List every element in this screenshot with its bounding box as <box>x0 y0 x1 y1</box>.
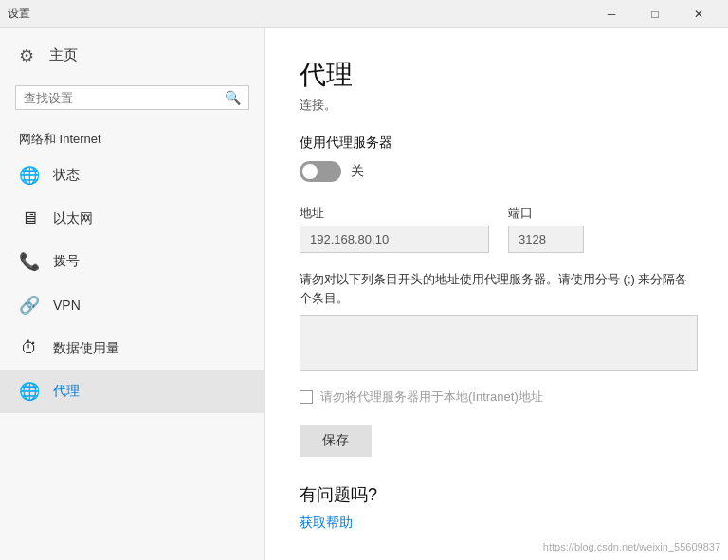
sidebar-item-dialup[interactable]: 📞 拨号 <box>0 240 264 283</box>
titlebar-title: 设置 <box>8 6 30 22</box>
sidebar-item-vpn-label: VPN <box>53 298 81 313</box>
toggle-thumb <box>302 164 318 179</box>
titlebar: 设置 ─ □ ✕ <box>0 0 728 28</box>
address-input[interactable] <box>300 226 489 253</box>
maximize-button[interactable]: □ <box>633 0 677 28</box>
sidebar-item-ethernet-label: 以太网 <box>53 210 93 227</box>
page-title: 代理 <box>300 57 694 93</box>
dialup-icon: 📞 <box>19 251 40 272</box>
data-usage-icon: ⏱ <box>19 338 40 358</box>
app-body: ⚙ 主页 🔍 网络和 Internet 🌐 状态 🖥 以太网 📞 拨号 🔗 VP… <box>0 28 728 560</box>
sidebar-item-vpn[interactable]: 🔗 VPN <box>0 283 264 327</box>
exceptions-description: 请勿对以下列条目开头的地址使用代理服务器。请使用分号 (;) 来分隔各个条目。 <box>300 270 694 307</box>
sidebar-item-data-usage-label: 数据使用量 <box>53 340 119 357</box>
sidebar-item-data-usage[interactable]: ⏱ 数据使用量 <box>0 327 264 370</box>
help-link[interactable]: 获取帮助 <box>300 515 353 530</box>
sidebar-item-proxy-label: 代理 <box>53 383 80 400</box>
main-content: 代理 连接。 使用代理服务器 关 地址 端口 请勿对以下列条目开头的地址使用代理… <box>265 28 728 560</box>
sidebar-item-ethernet[interactable]: 🖥 以太网 <box>0 197 264 240</box>
address-label: 地址 <box>300 205 489 222</box>
titlebar-buttons: ─ □ ✕ <box>590 0 720 28</box>
gear-icon: ⚙ <box>19 45 38 64</box>
search-box: 🔍 <box>15 85 249 110</box>
search-icon-button[interactable]: 🔍 <box>225 90 241 105</box>
toggle-row: 关 <box>300 161 694 182</box>
sidebar-item-status-label: 状态 <box>53 167 80 184</box>
minimize-button[interactable]: ─ <box>590 0 633 28</box>
home-label: 主页 <box>49 46 78 64</box>
ethernet-icon: 🖥 <box>19 208 40 228</box>
checkbox-row[interactable]: 请勿将代理服务器用于本地(Intranet)地址 <box>300 388 694 406</box>
save-button[interactable]: 保存 <box>300 425 372 457</box>
sidebar-item-home[interactable]: ⚙ 主页 <box>0 28 264 81</box>
sidebar-item-status[interactable]: 🌐 状态 <box>0 154 264 197</box>
port-input[interactable] <box>508 226 584 253</box>
local-address-checkbox[interactable] <box>300 390 313 404</box>
sidebar-item-proxy[interactable]: 🌐 代理 <box>0 370 264 413</box>
search-input[interactable] <box>24 91 225 105</box>
port-label: 端口 <box>508 205 584 222</box>
close-button[interactable]: ✕ <box>677 0 720 28</box>
toggle-label: 关 <box>351 163 364 180</box>
exceptions-textarea[interactable] <box>300 315 698 371</box>
status-icon: 🌐 <box>19 165 40 186</box>
help-title: 有问题吗? <box>300 483 694 506</box>
sidebar: ⚙ 主页 🔍 网络和 Internet 🌐 状态 🖥 以太网 📞 拨号 🔗 VP… <box>0 28 265 560</box>
address-field-group: 地址 <box>300 205 489 253</box>
checkbox-label: 请勿将代理服务器用于本地(Intranet)地址 <box>320 388 543 406</box>
sidebar-section-label: 网络和 Internet <box>0 121 264 154</box>
vpn-icon: 🔗 <box>19 295 40 316</box>
address-row: 地址 端口 <box>300 205 694 253</box>
proxy-toggle[interactable] <box>300 161 341 182</box>
port-field-group: 端口 <box>508 205 584 253</box>
proxy-icon: 🌐 <box>19 381 40 402</box>
proxy-section-title: 使用代理服务器 <box>300 135 694 152</box>
page-subtitle: 连接。 <box>300 97 694 114</box>
sidebar-item-dialup-label: 拨号 <box>53 253 80 270</box>
